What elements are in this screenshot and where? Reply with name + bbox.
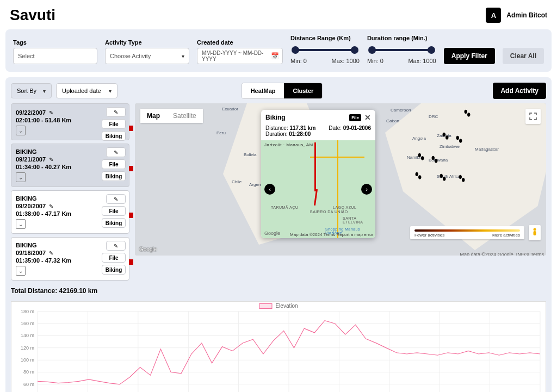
apply-filter-button[interactable]: Apply Filter — [444, 48, 495, 64]
popup-place: LAGO AZUL — [333, 206, 356, 209]
cluster-tab[interactable]: Cluster — [284, 83, 322, 98]
svg-text:180 m: 180 m — [21, 309, 34, 314]
fullscreen-icon — [529, 113, 537, 120]
popup-place: Jartzolit · Manaus, AM — [264, 142, 313, 147]
activity-card[interactable]: BIKING09/21/2007✎01:34:00 - 40.27 Km⌄ ✎ … — [11, 144, 129, 187]
uploaded-date-button[interactable]: Uploaded date▾ — [56, 83, 117, 98]
activity-distance: 40.27 Km — [45, 164, 71, 170]
heatmap-tab[interactable]: HeatMap — [242, 83, 284, 98]
created-date-input[interactable]: MM-DD-YYYY ~ MM-DD-YYYY📅 — [197, 48, 283, 64]
svg-rect-1 — [534, 231, 536, 235]
popup-place: SANTA ETELVINA — [343, 216, 375, 224]
edit-button[interactable]: ✎ — [106, 241, 126, 251]
delete-icon[interactable] — [129, 126, 133, 131]
calendar-icon: 📅 — [271, 52, 279, 60]
country-label: Angola — [412, 136, 426, 141]
activity-marker[interactable] — [412, 171, 424, 183]
total-distance: Total Distance: 42169.10 km — [11, 287, 546, 295]
activity-distance: 47.17 Km — [45, 210, 71, 217]
clear-all-button[interactable]: Clear All — [503, 48, 544, 64]
activity-marker[interactable] — [461, 109, 473, 121]
expand-button[interactable]: ⌄ — [16, 172, 26, 182]
activity-select[interactable]: Choose Activity▾ — [105, 48, 189, 64]
delete-icon[interactable] — [129, 166, 133, 171]
file-button[interactable]: File — [102, 119, 126, 129]
activity-marker[interactable] — [456, 174, 468, 186]
duration-min-handle[interactable] — [368, 46, 376, 54]
file-button[interactable]: File — [102, 253, 126, 263]
heat-fewer-label: Fewer activities — [414, 233, 444, 238]
activity-marker[interactable] — [437, 173, 449, 185]
distance-min-label: Min: 0 — [290, 58, 307, 64]
activity-marker[interactable] — [429, 155, 441, 167]
distance-min-handle[interactable] — [292, 46, 299, 54]
country-label: Cameroon — [391, 108, 411, 113]
delete-icon[interactable] — [129, 213, 133, 218]
activity-time: 01:35:00 — [16, 257, 40, 264]
activity-card[interactable]: BIKING09/20/2007✎01:38:00 - 47.17 Km⌄ ✎ … — [11, 190, 129, 234]
type-badge: Biking — [102, 265, 126, 275]
close-icon[interactable]: ✕ — [364, 113, 371, 122]
svg-text:160 m: 160 m — [21, 321, 34, 326]
activity-marker[interactable] — [440, 132, 451, 144]
activity-time: 01:38:00 — [16, 210, 40, 217]
popup-prev-button[interactable]: ‹ — [264, 184, 275, 195]
map-attribution: Map data ©2024 Google, INEGI Terms — [460, 252, 544, 256]
activity-date: 09/20/2007 — [16, 203, 46, 209]
distance-max-label: Max: 1000 — [332, 58, 360, 64]
expand-button[interactable]: ⌄ — [16, 126, 26, 135]
distance-range-slider[interactable] — [293, 49, 357, 51]
svg-text:120 m: 120 m — [21, 345, 34, 351]
activity-placeholder: Choose Activity — [110, 53, 151, 59]
duration-max-label: Max: 1000 — [408, 58, 436, 64]
popup-dist-label: Distance: — [265, 125, 288, 131]
activity-card[interactable]: BIKING09/18/2007✎01:35:00 - 47.32 Km⌄ ✎ … — [11, 237, 129, 281]
popup-date-value: 09-01-2006 — [343, 125, 371, 131]
edit-icon[interactable]: ✎ — [49, 203, 53, 209]
satellite-view-button[interactable]: Satellite — [166, 109, 203, 123]
duration-max-handle[interactable] — [428, 46, 435, 54]
page-title: Savuti — [10, 7, 55, 24]
delete-icon[interactable] — [129, 259, 133, 265]
user-name: Admin Bitcot — [506, 11, 547, 19]
file-button[interactable]: File — [102, 159, 126, 169]
activity-popup: Biking File ✕ Distance: 117.31 km Date: … — [261, 110, 375, 238]
map[interactable]: Ecuador Peru Bolivia Chile Argentina Cam… — [135, 103, 546, 256]
popup-place: TARUMÃ AÇU — [271, 206, 298, 209]
sort-by-button[interactable]: Sort By▾ — [11, 83, 52, 98]
user-area[interactable]: A Admin Bitcot — [486, 8, 547, 23]
edit-button[interactable]: ✎ — [106, 107, 126, 117]
created-date-label: Created date — [197, 39, 283, 46]
activity-marker[interactable] — [453, 135, 465, 147]
expand-button[interactable]: ⌄ — [16, 219, 26, 229]
country-label: Peru — [216, 130, 226, 135]
pegman-button[interactable] — [529, 225, 541, 240]
country-label: Gabon — [386, 119, 399, 123]
edit-icon[interactable]: ✎ — [49, 110, 53, 116]
add-activity-button[interactable]: Add Activity — [493, 83, 546, 99]
country-label: Ecuador — [222, 107, 238, 111]
edit-icon[interactable]: ✎ — [49, 250, 53, 256]
fullscreen-button[interactable] — [525, 109, 541, 124]
tags-placeholder: Select — [18, 53, 35, 59]
map-view-button[interactable]: Map — [140, 109, 166, 123]
edit-button[interactable]: ✎ — [106, 194, 126, 204]
activity-marker[interactable] — [415, 152, 427, 164]
distance-max-handle[interactable] — [351, 46, 358, 54]
sort-by-label: Sort By — [17, 88, 36, 94]
edit-button[interactable]: ✎ — [106, 147, 126, 157]
view-toggle: HeatMap Cluster — [242, 83, 323, 99]
popup-file-chip[interactable]: File — [349, 114, 361, 121]
file-button[interactable]: File — [102, 206, 126, 216]
popup-next-button[interactable]: › — [361, 184, 372, 195]
duration-range-slider[interactable] — [369, 49, 434, 51]
edit-icon[interactable]: ✎ — [49, 157, 53, 163]
expand-button[interactable]: ⌄ — [16, 266, 26, 276]
avatar[interactable]: A — [486, 8, 501, 23]
activity-distance: 47.32 Km — [45, 257, 71, 264]
created-date-placeholder: MM-DD-YYYY ~ MM-DD-YYYY — [202, 50, 278, 62]
tags-select[interactable]: Select — [13, 48, 97, 64]
activity-card[interactable]: 09/22/2007✎02:01:00 - 51.48 Km⌄ ✎ File B… — [11, 103, 129, 140]
popup-map[interactable]: Jartzolit · Manaus, AM TARUMÃ AÇU BAIRRO… — [261, 140, 375, 238]
google-logo: Google — [139, 246, 157, 252]
